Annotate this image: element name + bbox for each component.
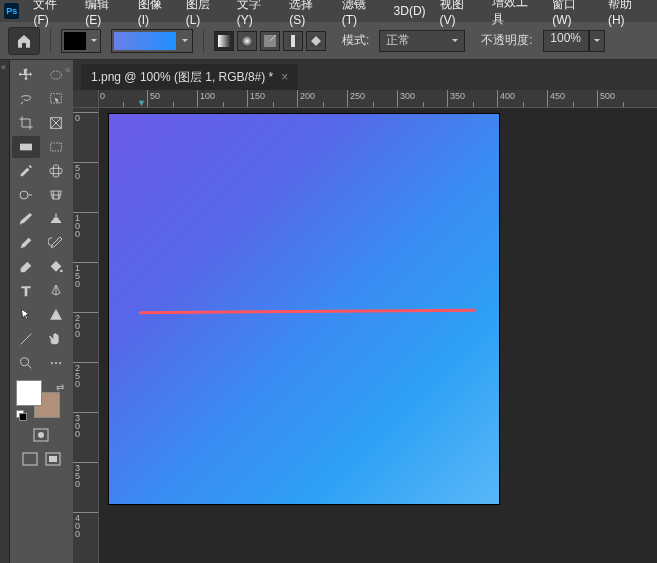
- pen-tool-icon[interactable]: [42, 280, 70, 302]
- dodge-tool-icon[interactable]: [12, 184, 40, 206]
- color-swatches: ⇄: [12, 380, 70, 420]
- svg-point-13: [20, 191, 28, 199]
- eyedropper-tool-icon[interactable]: [12, 160, 40, 182]
- svg-rect-21: [23, 453, 37, 465]
- gradient-reflected-icon[interactable]: [283, 31, 303, 51]
- clone-stamp-tool-icon[interactable]: [42, 208, 70, 230]
- menu-file[interactable]: 文件(F): [27, 0, 77, 29]
- history-brush-tool-icon[interactable]: [42, 232, 70, 254]
- ruler-vertical[interactable]: 05 01 0 01 5 02 0 02 5 03 0 03 5 04 0 0: [73, 108, 99, 563]
- menu-window[interactable]: 窗口(W): [546, 0, 600, 29]
- svg-point-17: [55, 362, 57, 364]
- ruler-tick: 2 5 0: [73, 362, 99, 412]
- path-select-tool-icon[interactable]: [12, 304, 40, 326]
- svg-point-20: [38, 432, 44, 438]
- default-colors-icon[interactable]: [16, 410, 26, 420]
- zoom-tool-icon[interactable]: [12, 352, 40, 374]
- svg-point-15: [21, 358, 29, 366]
- menu-help[interactable]: 帮助(H): [602, 0, 653, 29]
- gradient-sample: [114, 32, 176, 50]
- foreground-swatch[interactable]: [16, 380, 42, 406]
- menu-image[interactable]: 图像(I): [132, 0, 178, 29]
- screenmode-row: [12, 450, 70, 468]
- gradient-angle-icon[interactable]: [260, 31, 280, 51]
- quickmask-icon[interactable]: [31, 426, 51, 444]
- crop-tool-icon[interactable]: [12, 112, 40, 134]
- gradient-picker[interactable]: [111, 29, 193, 53]
- menu-type[interactable]: 文字(Y): [231, 0, 281, 29]
- ruler-tick: 250: [347, 90, 397, 108]
- menu-filter[interactable]: 滤镜(T): [336, 0, 386, 29]
- perspective-crop-tool-icon[interactable]: [42, 184, 70, 206]
- swap-colors-icon[interactable]: ⇄: [56, 382, 64, 393]
- gradient-radial-icon[interactable]: [237, 31, 257, 51]
- menu-3d[interactable]: 3D(D): [388, 2, 432, 20]
- document-tab-bar: 1.png @ 100% (图层 1, RGB/8#) * ×: [73, 60, 657, 90]
- home-button[interactable]: [8, 27, 40, 55]
- workspace: 1.png @ 100% (图层 1, RGB/8#) * × ▼ 050100…: [73, 60, 657, 563]
- menu-bar: Ps 文件(F) 编辑(E) 图像(I) 图层(L) 文字(Y) 选择(S) 滤…: [0, 0, 657, 22]
- svg-rect-4: [291, 35, 295, 47]
- ruler-tick: 3 5 0: [73, 462, 99, 512]
- collapse-strip[interactable]: [0, 60, 10, 563]
- screenmode-icon[interactable]: [20, 450, 40, 468]
- screenmode-alt-icon[interactable]: [43, 450, 63, 468]
- opacity-label: 不透明度:: [481, 32, 532, 49]
- ruler-tick: 50: [147, 90, 197, 108]
- bucket-tool-icon[interactable]: [42, 256, 70, 278]
- opacity-dropdown-icon[interactable]: [589, 30, 605, 52]
- ruler-tick: 500: [597, 90, 647, 108]
- menu-edit[interactable]: 编辑(E): [79, 0, 129, 29]
- type-tool-icon[interactable]: [12, 280, 40, 302]
- tool-preset-picker[interactable]: [61, 29, 101, 53]
- menu-plugins[interactable]: 增效工具: [486, 0, 544, 30]
- line-tool-icon[interactable]: [12, 328, 40, 350]
- marquee-rect-tool-icon[interactable]: [42, 136, 70, 158]
- svg-point-14: [60, 270, 63, 273]
- ruler-tick: 400: [497, 90, 547, 108]
- blend-mode-value: 正常: [386, 32, 410, 49]
- edit-toolbar-icon[interactable]: [42, 352, 70, 374]
- eraser-tool-icon[interactable]: [12, 256, 40, 278]
- separator: [203, 29, 204, 53]
- svg-point-6: [51, 71, 62, 79]
- gradient-diamond-icon[interactable]: [306, 31, 326, 51]
- move-tool-icon[interactable]: [12, 64, 40, 86]
- canvas-area[interactable]: [99, 108, 657, 563]
- brush-tool-icon[interactable]: [12, 208, 40, 230]
- close-icon[interactable]: ×: [281, 70, 288, 84]
- lasso-tool-icon[interactable]: [12, 88, 40, 110]
- ruler-tick: 0: [99, 90, 147, 108]
- spot-heal-tool-icon[interactable]: [42, 160, 70, 182]
- ruler-horizontal[interactable]: ▼ 050100150200250300350400450500: [99, 90, 657, 108]
- hand-tool-icon[interactable]: [42, 328, 70, 350]
- content-row: ⇄ 1.png @ 100% (图层 1, RGB/8#) * × ▼ 0501…: [0, 60, 657, 563]
- document-tab[interactable]: 1.png @ 100% (图层 1, RGB/8#) * ×: [81, 64, 298, 90]
- quickmask-row: [12, 426, 70, 444]
- gradient-tool-icon[interactable]: [12, 136, 40, 158]
- frame-tool-icon[interactable]: [42, 112, 70, 134]
- shape-tool-icon[interactable]: [42, 304, 70, 326]
- menu-view[interactable]: 视图(V): [434, 0, 484, 29]
- ruler-tick: 200: [297, 90, 347, 108]
- ruler-tick: 100: [197, 90, 247, 108]
- svg-point-18: [59, 362, 61, 364]
- object-select-tool-icon[interactable]: [42, 88, 70, 110]
- artboard[interactable]: [109, 114, 499, 504]
- toolbox: ⇄: [10, 60, 73, 563]
- svg-rect-0: [218, 35, 230, 47]
- svg-point-16: [51, 362, 53, 364]
- gradient-linear-icon[interactable]: [214, 31, 234, 51]
- pencil-tool-icon[interactable]: [12, 232, 40, 254]
- opacity-input[interactable]: 100%: [543, 30, 589, 52]
- app-logo-icon: Ps: [4, 3, 19, 19]
- ruler-tick: 450: [547, 90, 597, 108]
- blend-mode-select[interactable]: 正常: [379, 30, 465, 52]
- menu-layer[interactable]: 图层(L): [180, 0, 229, 29]
- canvas-wrap: ▼ 050100150200250300350400450500 05 01 0…: [73, 90, 657, 563]
- ruler-origin[interactable]: [73, 90, 99, 108]
- menu-select[interactable]: 选择(S): [283, 0, 333, 29]
- ruler-tick: 300: [397, 90, 447, 108]
- blend-mode-label: 模式:: [342, 32, 369, 49]
- ruler-tick: 350: [447, 90, 497, 108]
